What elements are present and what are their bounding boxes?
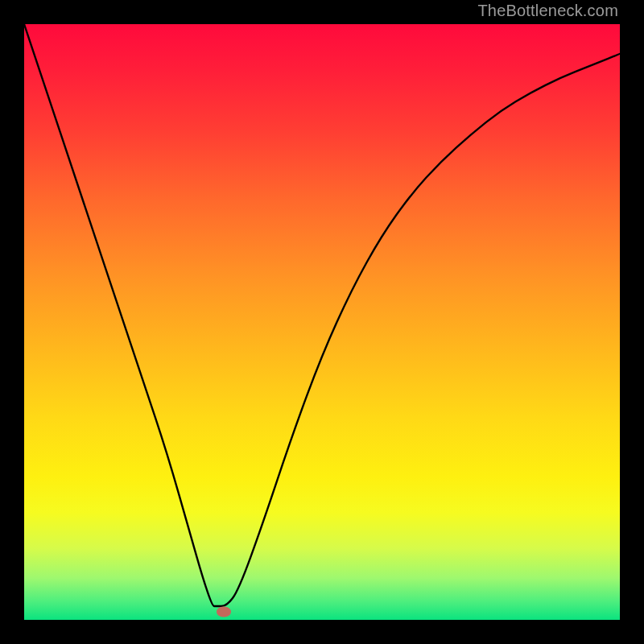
bottleneck-curve bbox=[24, 24, 620, 606]
plot-area bbox=[24, 24, 620, 620]
watermark-text: TheBottleneck.com bbox=[477, 2, 618, 20]
chart-stage: TheBottleneck.com bbox=[0, 0, 644, 644]
minimum-marker bbox=[217, 606, 231, 617]
curve-layer bbox=[24, 24, 620, 620]
